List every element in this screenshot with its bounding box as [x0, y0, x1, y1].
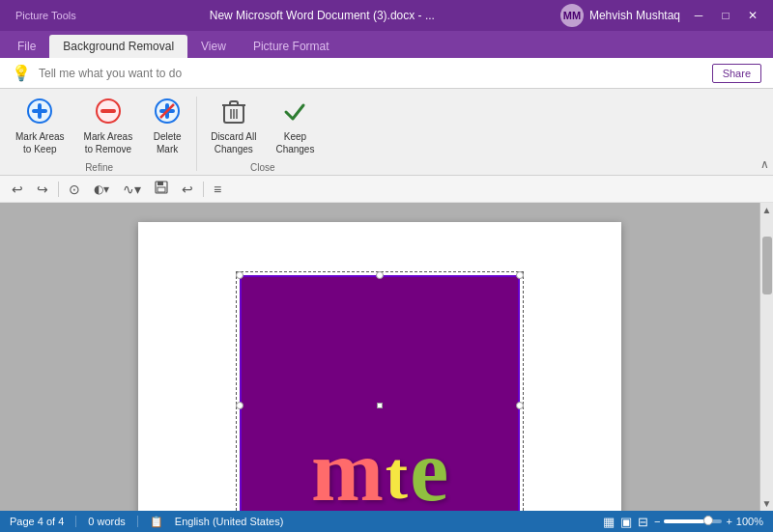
quick-access-toolbar: ↩ ↪ ⊙ ◐▾ ∿▾ ↩ ≡: [0, 176, 773, 203]
status-bar: Page 4 of 4 0 words 📋 English (United St…: [0, 511, 773, 532]
wave-button[interactable]: ∿▾: [119, 180, 145, 199]
letter-m: m: [311, 428, 384, 511]
scroll-down-button[interactable]: ▼: [760, 496, 773, 511]
keep-icon: [281, 98, 308, 128]
maximize-button[interactable]: □: [713, 6, 738, 25]
view-normal-button[interactable]: ▦: [603, 515, 615, 529]
mark-keep-label: Mark Areasto Keep: [15, 130, 65, 155]
ribbon-tabs: File Background Removal View Picture For…: [0, 31, 773, 58]
status-right: ▦ ▣ ⊟ − + 100%: [603, 515, 763, 529]
tab-view[interactable]: View: [187, 35, 240, 58]
undo2-button[interactable]: ↩: [178, 180, 197, 199]
canvas-area[interactable]: m t e: [0, 203, 759, 511]
circle-button[interactable]: ⊙: [65, 180, 84, 199]
status-sep2: [137, 516, 138, 527]
document-page: m t e: [138, 222, 621, 511]
doc-title: New Microsoft Word Document (3).docx - .…: [84, 9, 560, 22]
handle-tr[interactable]: [516, 271, 524, 279]
search-bar: 💡 Share: [0, 58, 773, 89]
mark-areas-to-keep-button[interactable]: Mark Areasto Keep: [8, 93, 72, 160]
refine-group-buttons: Mark Areasto Keep Mark Areasto Remove: [8, 93, 190, 162]
picture-tools-label: Picture Tools: [8, 8, 84, 23]
tab-background-removal[interactable]: Background Removal: [49, 35, 187, 58]
word-count: 0 words: [88, 516, 126, 527]
discard-icon: [220, 98, 247, 128]
share-button[interactable]: Share: [712, 64, 761, 83]
delete-mark-icon: [154, 98, 181, 128]
letter-t: t: [386, 442, 408, 510]
title-bar-left: Picture Tools: [8, 8, 84, 23]
avatar: MM: [560, 4, 584, 27]
zoom-area: − + 100%: [654, 516, 763, 527]
svg-rect-15: [157, 182, 163, 185]
zoom-in-button[interactable]: +: [726, 516, 731, 527]
qa-separator2: [203, 182, 204, 197]
minimize-button[interactable]: ─: [686, 6, 711, 25]
keep-label: KeepChanges: [275, 130, 314, 155]
svg-rect-4: [100, 109, 116, 113]
vertical-scrollbar[interactable]: ▲ ▼: [759, 203, 773, 511]
handle-mr[interactable]: [516, 402, 524, 409]
delete-mark-label: DeleteMark: [154, 130, 182, 155]
save-icon[interactable]: [151, 179, 172, 199]
tab-file[interactable]: File: [4, 35, 49, 58]
handle-tm[interactable]: [376, 271, 384, 279]
status-sep1: [75, 516, 76, 527]
zoom-level: 100%: [736, 516, 763, 527]
image-background: m t e: [240, 275, 520, 511]
close-group-buttons: Discard AllChanges KeepChanges: [203, 93, 322, 162]
ribbon: Mark Areasto Keep Mark Areasto Remove: [0, 89, 773, 176]
view-web-button[interactable]: ⊟: [638, 515, 648, 529]
scrollbar-thumb[interactable]: [762, 237, 772, 294]
user-info: MM Mehvish Mushtaq: [560, 4, 680, 27]
handle-tl[interactable]: [236, 271, 243, 279]
redo-button[interactable]: ↪: [33, 180, 52, 199]
page-status: Page 4 of 4: [10, 516, 64, 527]
zoom-fill: [664, 519, 704, 523]
close-button[interactable]: ✕: [740, 6, 765, 25]
search-input[interactable]: [39, 67, 704, 80]
fill-button[interactable]: ◐▾: [90, 181, 113, 198]
undo-button[interactable]: ↩: [8, 180, 27, 199]
user-name: Mehvish Mushtaq: [589, 9, 680, 22]
tab-picture-format[interactable]: Picture Format: [240, 35, 343, 58]
scroll-up-button[interactable]: ▲: [760, 203, 773, 217]
title-bar: Picture Tools New Microsoft Word Documen…: [0, 0, 773, 31]
zoom-slider[interactable]: [664, 519, 722, 523]
mark-areas-to-remove-button[interactable]: Mark Areasto Remove: [76, 93, 141, 160]
zoom-thumb[interactable]: [703, 516, 713, 525]
title-bar-right: MM Mehvish Mushtaq ─ □ ✕: [560, 4, 765, 27]
main-content: m t e ▲ ▼: [0, 203, 773, 511]
mark-remove-icon: [95, 98, 122, 128]
refine-group-label: Refine: [85, 162, 113, 175]
language-status: English (United States): [175, 516, 284, 527]
view-read-button[interactable]: ▣: [620, 515, 632, 529]
discard-label: Discard AllChanges: [211, 130, 256, 155]
letter-e: e: [410, 428, 448, 511]
keep-changes-button[interactable]: KeepChanges: [268, 93, 322, 160]
qa-separator: [58, 182, 59, 197]
search-icon: 💡: [12, 64, 31, 82]
zoom-out-button[interactable]: −: [654, 516, 660, 527]
handle-ml[interactable]: [236, 402, 243, 409]
mark-remove-label: Mark Areasto Remove: [84, 130, 133, 155]
more-button[interactable]: ≡: [210, 180, 225, 199]
close-group-label: Close: [250, 162, 275, 175]
delete-mark-button[interactable]: DeleteMark: [144, 93, 190, 160]
proof-icon: 📋: [150, 516, 163, 528]
collapse-ribbon-button[interactable]: ∧: [760, 157, 769, 171]
svg-rect-2: [32, 109, 47, 113]
svg-rect-16: [157, 187, 165, 192]
mark-keep-icon: [26, 98, 53, 128]
image-container[interactable]: m t e: [240, 275, 520, 511]
discard-all-changes-button[interactable]: Discard AllChanges: [203, 93, 264, 160]
window-controls[interactable]: ─ □ ✕: [686, 6, 765, 25]
